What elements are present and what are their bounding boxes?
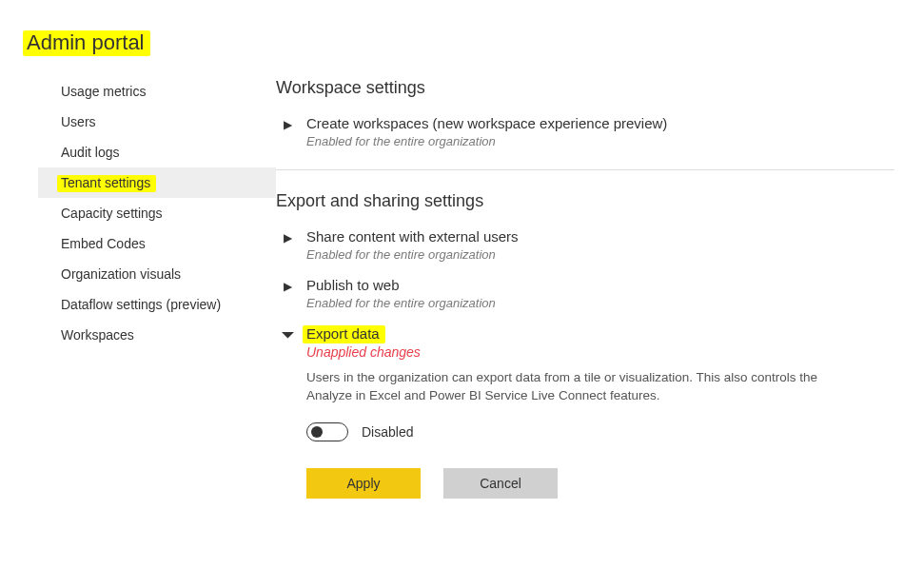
sidebar-item-label: Users	[61, 114, 96, 129]
sidebar-item-audit-logs[interactable]: Audit logs	[38, 137, 276, 167]
setting-export-data: ◢ Export data Unapplied changes Users in…	[276, 325, 894, 502]
sidebar-item-label: Organization visuals	[61, 266, 181, 282]
toggle-row: Disabled	[306, 422, 894, 441]
sidebar-item-tenant-settings[interactable]: Tenant settings	[38, 167, 276, 198]
setting-row-share-external[interactable]: ▶ Share content with external users Enab…	[276, 228, 894, 265]
setting-row-publish-web[interactable]: ▶ Publish to web Enabled for the entire …	[276, 277, 894, 314]
sidebar-item-label: Dataflow settings (preview)	[61, 297, 221, 312]
apply-button[interactable]: Apply	[306, 468, 421, 499]
sidebar-item-usage-metrics[interactable]: Usage metrics	[38, 76, 276, 107]
chevron-right-icon: ▶	[284, 280, 297, 293]
sidebar-nav: Usage metrics Users Audit logs Tenant se…	[0, 76, 276, 514]
setting-body: Share content with external users Enable…	[297, 228, 894, 262]
toggle-label: Disabled	[362, 424, 413, 440]
sidebar-item-label-text: Tenant settings	[61, 175, 150, 190]
toggle-switch[interactable]	[306, 422, 348, 441]
sidebar-item-label: Workspaces	[61, 327, 134, 343]
sidebar-item-capacity-settings[interactable]: Capacity settings	[38, 198, 276, 228]
main-content: Workspace settings ▶ Create workspaces (…	[276, 76, 923, 514]
setting-label: Publish to web	[306, 277, 894, 293]
page-title: Admin portal	[0, 0, 145, 55]
setting-row-create-workspaces[interactable]: ▶ Create workspaces (new workspace exper…	[276, 115, 894, 152]
sidebar-item-label: Usage metrics	[61, 84, 146, 99]
sidebar-item-label: Embed Codes	[61, 236, 146, 251]
setting-status: Enabled for the entire organization	[306, 296, 894, 310]
button-row: Apply Cancel	[306, 468, 894, 499]
setting-body: Export data Unapplied changes Users in t…	[297, 325, 894, 499]
setting-status: Enabled for the entire organization	[306, 134, 894, 148]
unapplied-changes-text: Unapplied changes	[306, 344, 894, 360]
toggle-knob	[311, 426, 323, 438]
sidebar-item-workspaces[interactable]: Workspaces	[38, 320, 276, 350]
cancel-button[interactable]: Cancel	[443, 468, 558, 499]
setting-status: Enabled for the entire organization	[306, 247, 894, 262]
section-divider	[276, 169, 894, 170]
sidebar-item-embed-codes[interactable]: Embed Codes	[38, 228, 276, 259]
setting-label: Create workspaces (new workspace experie…	[306, 115, 894, 131]
section-title-workspace: Workspace settings	[276, 78, 894, 98]
chevron-right-icon: ▶	[284, 118, 297, 131]
page-title-text: Admin portal	[27, 30, 145, 54]
setting-label-text: Export data	[306, 325, 380, 342]
layout-container: Usage metrics Users Audit logs Tenant se…	[0, 76, 923, 514]
setting-description: Users in the organization can export dat…	[306, 369, 839, 405]
sidebar-item-label: Tenant settings	[61, 175, 150, 190]
setting-label: Export data	[306, 325, 894, 342]
setting-body: Create workspaces (new workspace experie…	[297, 115, 894, 148]
sidebar-item-label: Audit logs	[61, 145, 119, 160]
setting-label: Share content with external users	[306, 228, 894, 245]
sidebar-item-organization-visuals[interactable]: Organization visuals	[38, 259, 276, 289]
setting-share-external: ▶ Share content with external users Enab…	[276, 228, 894, 265]
sidebar-item-label: Capacity settings	[61, 206, 163, 221]
setting-row-export-data[interactable]: ◢ Export data Unapplied changes Users in…	[276, 325, 894, 502]
setting-publish-web: ▶ Publish to web Enabled for the entire …	[276, 277, 894, 314]
setting-create-workspaces: ▶ Create workspaces (new workspace exper…	[276, 115, 894, 152]
setting-body: Publish to web Enabled for the entire or…	[297, 277, 894, 310]
chevron-right-icon: ▶	[284, 231, 297, 245]
sidebar-item-users[interactable]: Users	[38, 107, 276, 137]
section-title-export: Export and sharing settings	[276, 191, 894, 211]
sidebar-item-dataflow-settings[interactable]: Dataflow settings (preview)	[38, 289, 276, 320]
